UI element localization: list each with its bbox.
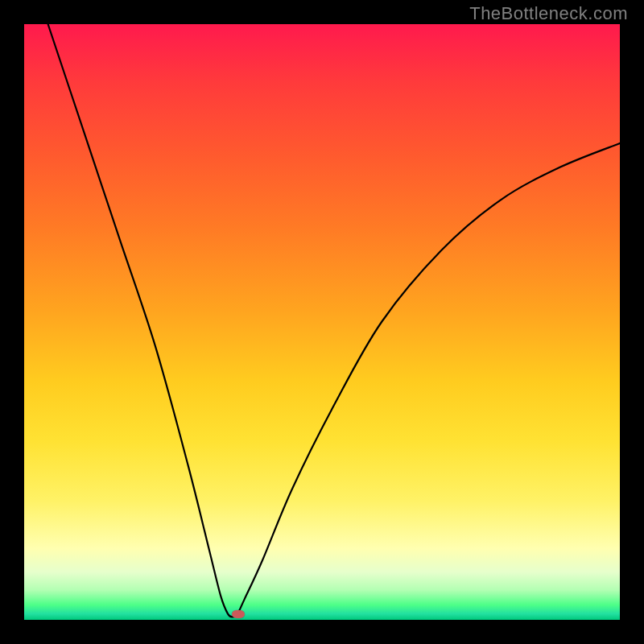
optimum-marker <box>232 610 245 618</box>
bottleneck-curve <box>24 24 620 620</box>
watermark-text: TheBottleneck.com <box>469 3 628 24</box>
plot-area <box>24 24 620 620</box>
chart-frame: TheBottleneck.com <box>0 0 644 644</box>
